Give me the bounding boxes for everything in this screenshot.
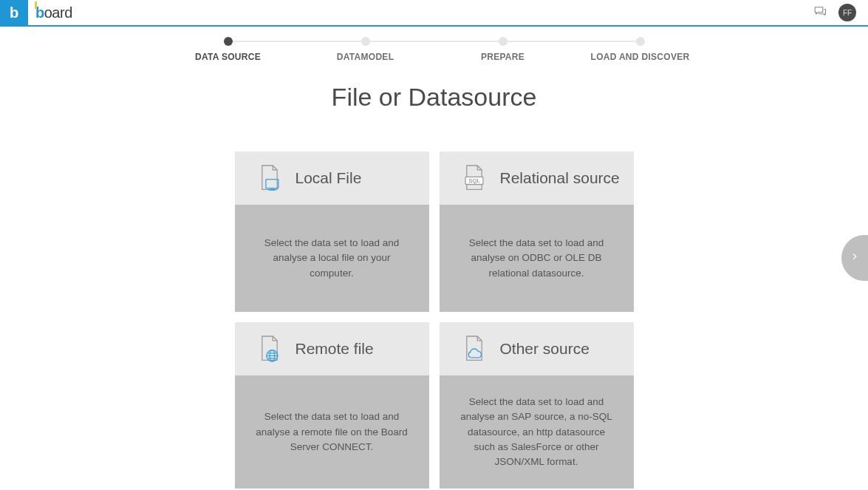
card-relational-source[interactable]: SQL Relational source Select the data se…: [440, 152, 634, 312]
step-dot: [499, 37, 508, 46]
card-description: Select the data set to load and analyse …: [460, 236, 613, 281]
logo-text-rest: oard: [44, 4, 72, 21]
logo[interactable]: board: [35, 4, 72, 21]
topbar: b board FF: [0, 0, 868, 27]
card-body: Select the data set to load and analyse …: [235, 375, 429, 489]
card-other-source[interactable]: Other source Select the data set to load…: [440, 322, 634, 489]
remote-file-icon: [257, 335, 282, 363]
card-body: Select the data set to load and analyse …: [235, 205, 429, 312]
step-dot: [361, 37, 370, 46]
card-header: Local File: [235, 152, 429, 205]
step-data-source[interactable]: DATA SOURCE: [160, 37, 297, 62]
chevron-right-icon: [850, 251, 860, 265]
chat-icon[interactable]: [813, 4, 827, 21]
step-dot: [636, 37, 645, 46]
card-title: Remote file: [295, 340, 374, 358]
step-label: DATAMODEL: [337, 52, 394, 62]
step-label: LOAD AND DISCOVER: [591, 52, 690, 62]
drawer-toggle[interactable]: [841, 235, 868, 281]
card-header: Other source: [440, 322, 634, 375]
card-description: Select the data set to load and analyse …: [256, 409, 409, 455]
card-header: SQL Relational source: [440, 152, 634, 205]
step-dot: [224, 37, 233, 46]
card-body: Select the data set to load and analyse …: [440, 205, 634, 312]
card-title: Relational source: [500, 169, 620, 187]
svg-rect-0: [265, 180, 278, 188]
card-title: Other source: [500, 340, 590, 358]
card-body: Select the data set to load and analyse …: [440, 375, 634, 489]
step-connector: [503, 41, 640, 42]
card-local-file[interactable]: Local File Select the data set to load a…: [235, 152, 429, 312]
card-header: Remote file: [235, 322, 429, 375]
app-menu-icon: b: [10, 4, 18, 21]
local-file-icon: [257, 164, 282, 192]
user-avatar[interactable]: FF: [838, 4, 856, 21]
avatar-initials: FF: [843, 9, 852, 17]
card-title: Local File: [295, 169, 362, 187]
stepper: DATA SOURCEDATAMODELPREPARELOAD AND DISC…: [0, 37, 868, 62]
relational-source-icon: SQL: [462, 164, 487, 192]
other-source-icon: [462, 335, 487, 363]
datasource-cards: Local File Select the data set to load a…: [235, 152, 634, 489]
card-description: Select the data set to load and analyse …: [256, 236, 409, 281]
step-label: PREPARE: [481, 52, 524, 62]
step-connector: [366, 41, 503, 42]
app-menu-button[interactable]: b: [0, 0, 28, 26]
step-label: DATA SOURCE: [195, 52, 261, 62]
logo-accent: [35, 1, 37, 9]
card-description: Select the data set to load and analyse …: [460, 395, 613, 469]
svg-text:SQL: SQL: [468, 177, 479, 184]
step-connector: [228, 41, 366, 42]
page-title: File or Datasource: [0, 83, 868, 112]
card-remote-file[interactable]: Remote file Select the data set to load …: [235, 322, 429, 489]
